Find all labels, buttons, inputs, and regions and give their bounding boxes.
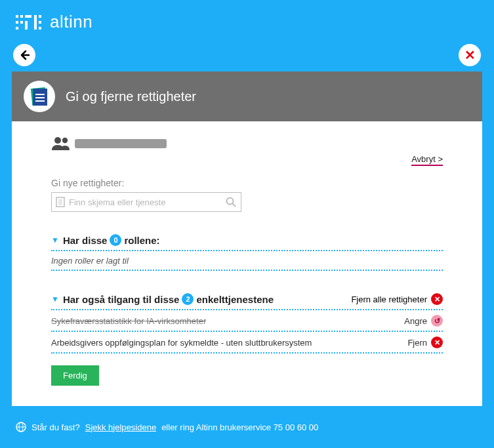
services-header-row: ▼ Har også tilgang til disse 2 enkelttje… bbox=[51, 293, 443, 305]
svg-rect-7 bbox=[34, 15, 37, 30]
footer-question: Står du fast? bbox=[31, 422, 80, 432]
svg-rect-10 bbox=[39, 27, 41, 30]
nav-row: ✕ bbox=[0, 39, 494, 71]
svg-rect-1 bbox=[16, 21, 18, 24]
roles-suffix: rollene: bbox=[124, 235, 159, 246]
roles-prefix: Har disse bbox=[63, 235, 108, 246]
action-label: Fjern bbox=[407, 338, 427, 348]
close-icon: ✕ bbox=[464, 49, 476, 62]
svg-point-11 bbox=[54, 137, 61, 144]
service-label: Sykefraværsstatistikk for IA-virksomhete… bbox=[51, 316, 206, 326]
chevron-down-icon: ▼ bbox=[51, 235, 59, 245]
svg-rect-5 bbox=[25, 15, 31, 18]
panel-body: Avbryt > Gi nye rettigheter: ▼ Har disse… bbox=[12, 121, 482, 403]
svg-rect-6 bbox=[25, 21, 28, 30]
remove-all-icon: ✕ bbox=[431, 293, 443, 305]
footer-rest: eller ring Altinn brukerservice 75 00 60… bbox=[161, 422, 318, 432]
svg-line-18 bbox=[233, 204, 236, 207]
svg-point-12 bbox=[62, 138, 68, 143]
service-label: Arbeidsgivers oppfølgingsplan for sykmel… bbox=[51, 338, 312, 348]
arrow-left-icon bbox=[18, 49, 30, 61]
roles-empty-row: Ingen roller er lagt til bbox=[51, 251, 443, 271]
search-input[interactable] bbox=[69, 197, 225, 207]
roles-empty-text: Ingen roller er lagt til bbox=[51, 256, 129, 266]
service-row: Arbeidsgivers oppfølgingsplan for sykmel… bbox=[51, 332, 443, 354]
svg-rect-4 bbox=[20, 21, 23, 24]
globe-icon bbox=[16, 422, 26, 432]
form-icon bbox=[56, 197, 65, 207]
close-button[interactable]: ✕ bbox=[459, 44, 481, 66]
new-rights-label: Gi nye rettigheter: bbox=[51, 178, 443, 188]
main-panel: Gi og fjerne rettigheter Avbryt > Gi nye… bbox=[12, 71, 482, 406]
chevron-down-icon: ▼ bbox=[51, 295, 59, 304]
services-count-badge: 2 bbox=[182, 293, 194, 305]
page-title: Gi og fjerne rettigheter bbox=[66, 89, 196, 104]
action-label: Angre bbox=[404, 316, 427, 326]
document-icon bbox=[30, 87, 49, 106]
abort-link[interactable]: Avbryt > bbox=[411, 154, 443, 166]
top-bar: altinn bbox=[0, 0, 494, 39]
user-row bbox=[51, 136, 443, 152]
svg-rect-2 bbox=[16, 27, 18, 30]
people-icon bbox=[51, 136, 72, 152]
services-suffix: enkelttjenestene bbox=[196, 294, 274, 305]
remove-action[interactable]: Fjern ✕ bbox=[407, 336, 443, 348]
services-prefix: Har også tilgang til disse bbox=[63, 294, 180, 305]
undo-action[interactable]: Angre ↺ bbox=[404, 315, 443, 327]
remove-icon: ✕ bbox=[431, 336, 443, 348]
search-box bbox=[51, 192, 241, 212]
brand[interactable]: altinn bbox=[16, 12, 93, 32]
services-header[interactable]: ▼ Har også tilgang til disse 2 enkelttje… bbox=[51, 293, 274, 305]
roles-header[interactable]: ▼ Har disse 0 rollene: bbox=[51, 234, 443, 246]
user-name-redacted bbox=[75, 139, 167, 148]
svg-rect-3 bbox=[20, 15, 23, 18]
search-icon[interactable] bbox=[225, 196, 237, 208]
remove-all-rights[interactable]: Fjern alle rettigheter ✕ bbox=[351, 293, 443, 305]
svg-rect-0 bbox=[16, 15, 18, 18]
brand-text: altinn bbox=[50, 12, 93, 32]
header-icon-circle bbox=[24, 81, 55, 112]
roles-count-badge: 0 bbox=[110, 234, 121, 246]
service-row: Sykefraværsstatistikk for IA-virksomhete… bbox=[51, 310, 443, 332]
svg-point-17 bbox=[227, 198, 234, 205]
panel-header: Gi og fjerne rettigheter bbox=[12, 71, 482, 121]
back-button[interactable] bbox=[13, 44, 35, 66]
done-button[interactable]: Ferdig bbox=[51, 365, 99, 386]
remove-all-label: Fjern alle rettigheter bbox=[351, 295, 427, 304]
svg-rect-9 bbox=[39, 21, 41, 24]
footer-help-link[interactable]: Sjekk hjelpesidene bbox=[85, 422, 156, 432]
svg-rect-8 bbox=[39, 15, 41, 18]
altinn-logo-icon bbox=[16, 15, 43, 30]
undo-icon: ↺ bbox=[431, 315, 443, 327]
footer: Står du fast? Sjekk hjelpesidene eller r… bbox=[0, 417, 494, 432]
